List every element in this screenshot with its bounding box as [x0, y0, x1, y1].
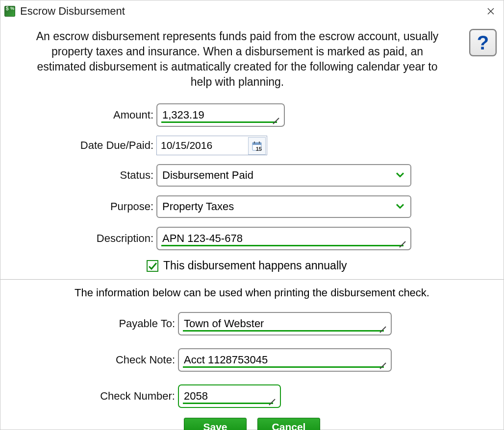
close-button[interactable] [481, 3, 501, 19]
checknote-label: Check Note: [0, 354, 178, 366]
row-amount: Amount: 1,323.19 [0, 103, 504, 127]
check-form: Payable To: Town of Webster Check Note: … [0, 312, 504, 430]
amount-label: Amount: [0, 109, 156, 121]
pen-icon [379, 360, 388, 369]
save-button[interactable]: Save [184, 418, 247, 430]
row-checknote: Check Note: Acct 1128753045 [0, 348, 504, 372]
calendar-icon [252, 141, 262, 151]
status-label: Status: [0, 169, 156, 182]
dialog-buttons: Save Cancel [0, 418, 504, 430]
payable-value: Town of Webster [184, 317, 264, 330]
purpose-label: Purpose: [0, 200, 156, 213]
row-purpose: Purpose: Property Taxes [0, 195, 504, 218]
input-underline [161, 121, 277, 123]
pen-icon [268, 396, 277, 405]
svg-rect-4 [252, 143, 261, 145]
pen-icon [399, 239, 407, 247]
pen-icon [272, 115, 281, 124]
status-value: Disbursement Paid [162, 169, 253, 182]
app-icon [4, 6, 15, 17]
svg-rect-6 [259, 142, 260, 143]
payable-label: Payable To: [0, 317, 178, 330]
svg-rect-5 [254, 142, 255, 143]
purpose-dropdown[interactable]: Property Taxes [156, 195, 411, 218]
help-button[interactable]: ? [469, 29, 497, 56]
row-checknum: Check Number: 2058 [0, 384, 504, 408]
checknum-value: 2058 [184, 390, 208, 403]
check-note-input[interactable]: Acct 1128753045 [178, 348, 392, 372]
chevron-down-icon [396, 199, 404, 212]
explainer-text: An escrow disbursement represents funds … [30, 29, 445, 90]
check-number-input[interactable]: 2058 [178, 384, 281, 408]
disbursement-form: Amount: 1,323.19 Date Due/Paid: 10/15/20… [0, 103, 504, 272]
annual-checkbox-label: This disbursement happens annually [163, 259, 347, 272]
annual-checkbox[interactable] [147, 260, 158, 272]
calendar-button[interactable] [248, 137, 266, 155]
section-divider [0, 279, 504, 280]
checknum-label: Check Number: [0, 390, 178, 403]
input-underline [183, 330, 384, 332]
save-button-label: Save [203, 421, 227, 430]
status-dropdown[interactable]: Disbursement Paid [156, 164, 411, 187]
date-value: 10/15/2016 [161, 140, 212, 151]
check-icon [148, 261, 157, 271]
svg-line-9 [380, 363, 386, 369]
checknote-value: Acct 1128753045 [184, 354, 268, 366]
svg-line-7 [400, 241, 405, 247]
input-underline [183, 366, 384, 368]
row-date: Date Due/Paid: 10/15/2016 15 [0, 136, 504, 155]
row-annual: This disbursement happens annually [147, 259, 504, 272]
purpose-value: Property Taxes [162, 200, 234, 213]
cancel-button[interactable]: Cancel [257, 418, 320, 430]
chevron-down-icon [396, 168, 404, 181]
date-input[interactable]: 10/15/2016 15 [156, 136, 267, 155]
svg-line-8 [380, 327, 386, 333]
close-icon [487, 7, 495, 15]
description-value: APN 123-45-678 [162, 232, 243, 245]
row-status: Status: Disbursement Paid [0, 164, 504, 187]
titlebar: Escrow Disbursement [0, 0, 504, 22]
cancel-button-label: Cancel [272, 421, 306, 430]
description-input[interactable]: APN 123-45-678 [156, 227, 411, 250]
svg-line-2 [273, 118, 279, 124]
amount-value: 1,323.19 [162, 109, 204, 121]
input-underline [183, 403, 273, 404]
svg-line-10 [269, 399, 275, 405]
row-description: Description: APN 123-45-678 [0, 227, 504, 250]
window-title: Escrow Disbursement [20, 5, 125, 18]
description-label: Description: [0, 232, 156, 245]
help-icon: ? [477, 33, 489, 52]
amount-input[interactable]: 1,323.19 [156, 103, 285, 127]
escrow-disbursement-dialog: Escrow Disbursement ? An escrow disburse… [0, 0, 504, 430]
date-label: Date Due/Paid: [0, 139, 156, 152]
pen-icon [379, 324, 388, 333]
row-payable: Payable To: Town of Webster [0, 312, 504, 335]
check-info-heading: The information below can be used when p… [30, 287, 474, 299]
payable-to-input[interactable]: Town of Webster [178, 312, 392, 335]
input-underline [161, 245, 403, 246]
